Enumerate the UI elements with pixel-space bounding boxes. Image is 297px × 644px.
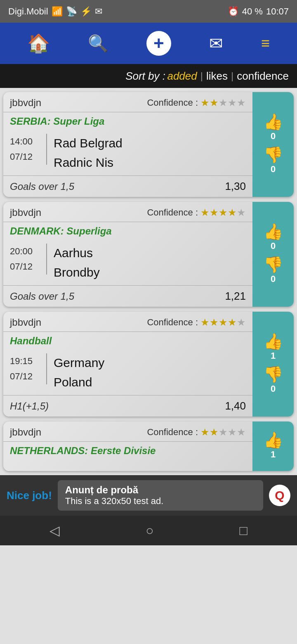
match-teams-1: Rad Belgrad Radnic Nis (47, 134, 123, 172)
stars-2: ★★★★★ (200, 207, 246, 218)
card-header-1: jbbvdjn Confidence : ★★★★★ (3, 92, 252, 112)
like-button-1[interactable]: 👍 (264, 113, 283, 131)
card-side-1: 👍 0 👎 0 (252, 92, 294, 197)
confidence-row-2: Confidence : ★★★★★ (147, 207, 246, 218)
dislike-count-1: 0 (271, 164, 276, 175)
match-date-1: 07/12 (10, 152, 33, 162)
usb-icon: ⚡ (80, 6, 92, 17)
ad-bar: Nice job! Anunț de probă This is a 320x5… (0, 475, 297, 516)
card-header-4: jbbvdjn Confidence : ★★★★★ (3, 421, 252, 442)
prediction-card-4: jbbvdjn Confidence : ★★★★★ NETHERLANDS: … (3, 421, 294, 471)
sort-sep-2: | (231, 70, 233, 82)
search-button[interactable]: 🔍 (88, 34, 108, 53)
confidence-row-1: Confidence : ★★★★★ (147, 97, 246, 109)
home-nav-button[interactable]: ○ (146, 523, 153, 538)
card-user-2: jbbvdjn (10, 207, 41, 218)
confidence-label-2: Confidence : (147, 207, 198, 218)
prediction-odds-3: 1,40 (225, 400, 246, 412)
card-match-1: 14:00 07/12 Rad Belgrad Radnic Nis (3, 130, 252, 176)
wifi-icon: 📡 (66, 6, 77, 17)
card-league-1: SERBIA: Super Liga (3, 112, 252, 130)
prediction-card-2: jbbvdjn Confidence : ★★★★★ DENMARK: Supe… (3, 202, 294, 307)
match-teams-3: Germany Poland (47, 353, 104, 392)
team2-3: Poland (54, 375, 92, 389)
sort-added[interactable]: added (167, 70, 197, 83)
message-button[interactable]: ✉ (209, 34, 223, 53)
card-side-4: 👍 1 (252, 421, 294, 471)
card-league-3: Handball (3, 332, 252, 350)
card-main-2: jbbvdjn Confidence : ★★★★★ DENMARK: Supe… (3, 202, 252, 307)
like-count-1: 0 (271, 131, 276, 142)
card-side-3: 👍 1 👎 0 (252, 312, 294, 417)
card-header-3: jbbvdjn Confidence : ★★★★★ (3, 312, 252, 332)
stars-4: ★★★★★ (200, 426, 246, 438)
match-date-2: 07/12 (10, 261, 33, 272)
status-bar: Digi.Mobil 📶 📡 ⚡ ✉ ⏰ 40 % 10:07 (0, 0, 297, 23)
mail-icon: ✉ (95, 6, 102, 17)
confidence-row-3: Confidence : ★★★★★ (147, 317, 246, 328)
add-button[interactable]: + (146, 31, 171, 56)
like-count-4: 1 (271, 449, 276, 460)
card-main-4: jbbvdjn Confidence : ★★★★★ NETHERLANDS: … (3, 421, 252, 471)
card-prediction-1: Goals over 1,5 1,30 (3, 176, 252, 197)
prediction-odds-1: 1,30 (225, 180, 246, 193)
team1-2: Aarhus (54, 246, 93, 260)
like-button-4[interactable]: 👍 (264, 431, 283, 449)
match-hour-2: 20:00 (10, 246, 33, 256)
card-user-3: jbbvdjn (10, 317, 41, 328)
bottom-nav: ◁ ○ □ (0, 516, 297, 545)
card-main-3: jbbvdjn Confidence : ★★★★★ Handball 19:1… (3, 312, 252, 417)
menu-button[interactable]: ≡ (261, 36, 270, 51)
time-text: 10:07 (266, 6, 289, 17)
home-button[interactable]: 🏠 (27, 33, 50, 54)
sort-confidence[interactable]: confidence (237, 70, 289, 83)
nav-bar: 🏠 🔍 + ✉ ≡ (0, 23, 297, 64)
card-side-2: 👍 0 👎 0 (252, 202, 294, 307)
like-button-2[interactable]: 👍 (264, 223, 283, 241)
dislike-button-3[interactable]: 👎 (264, 365, 283, 384)
card-header-2: jbbvdjn Confidence : ★★★★★ (3, 202, 252, 222)
confidence-label-3: Confidence : (147, 317, 198, 328)
dislike-count-2: 0 (271, 274, 276, 284)
recent-button[interactable]: □ (240, 523, 248, 538)
ad-nice-job[interactable]: Nice job! (7, 489, 52, 502)
sort-label: Sort by : (125, 70, 165, 83)
card-match-3: 19:15 07/12 Germany Poland (3, 350, 252, 395)
carrier-text: Digi.Mobil (8, 6, 48, 17)
prediction-card-3: jbbvdjn Confidence : ★★★★★ Handball 19:1… (3, 312, 294, 417)
team1-1: Rad Belgrad (54, 136, 123, 150)
like-button-3[interactable]: 👍 (264, 332, 283, 350)
ad-logo: Q (269, 485, 290, 506)
like-count-3: 1 (271, 350, 276, 361)
card-main-1: jbbvdjn Confidence : ★★★★★ SERBIA: Super… (3, 92, 252, 197)
stars-3: ★★★★★ (200, 317, 246, 328)
team1-3: Germany (54, 356, 104, 369)
sort-likes[interactable]: likes (206, 70, 228, 83)
confidence-label-4: Confidence : (147, 427, 198, 438)
card-user-4: jbbvdjn (10, 426, 41, 438)
dislike-count-3: 0 (271, 384, 276, 394)
prediction-card-1: jbbvdjn Confidence : ★★★★★ SERBIA: Super… (3, 92, 294, 197)
status-bar-left: Digi.Mobil 📶 📡 ⚡ ✉ (8, 6, 102, 17)
card-league-2: DENMARK: Superliga (3, 222, 252, 240)
confidence-label-1: Confidence : (147, 97, 198, 108)
like-count-2: 0 (271, 241, 276, 251)
sort-bar: Sort by : added | likes | confidence (0, 64, 297, 88)
prediction-odds-2: 1,21 (225, 290, 246, 303)
stars-1: ★★★★★ (200, 97, 246, 109)
ad-bubble[interactable]: Anunț de probă This is a 320x50 test ad. (58, 480, 263, 511)
sort-sep-1: | (200, 70, 203, 82)
card-league-4: NETHERLANDS: Eerste Divisie (3, 442, 252, 460)
cards-container: jbbvdjn Confidence : ★★★★★ SERBIA: Super… (0, 88, 297, 475)
match-hour-1: 14:00 (10, 136, 33, 147)
alarm-icon: ⏰ (228, 6, 239, 17)
match-time-2: 20:00 07/12 (10, 244, 47, 275)
dislike-button-2[interactable]: 👎 (264, 256, 283, 274)
status-bar-right: ⏰ 40 % 10:07 (228, 6, 289, 17)
back-button[interactable]: ◁ (50, 523, 60, 538)
dislike-button-1[interactable]: 👎 (264, 146, 283, 164)
match-time-3: 19:15 07/12 (10, 353, 47, 384)
card-prediction-3: H1(+1,5) 1,40 (3, 395, 252, 417)
card-prediction-2: Goals over 1,5 1,21 (3, 286, 252, 307)
match-date-3: 07/12 (10, 371, 33, 381)
